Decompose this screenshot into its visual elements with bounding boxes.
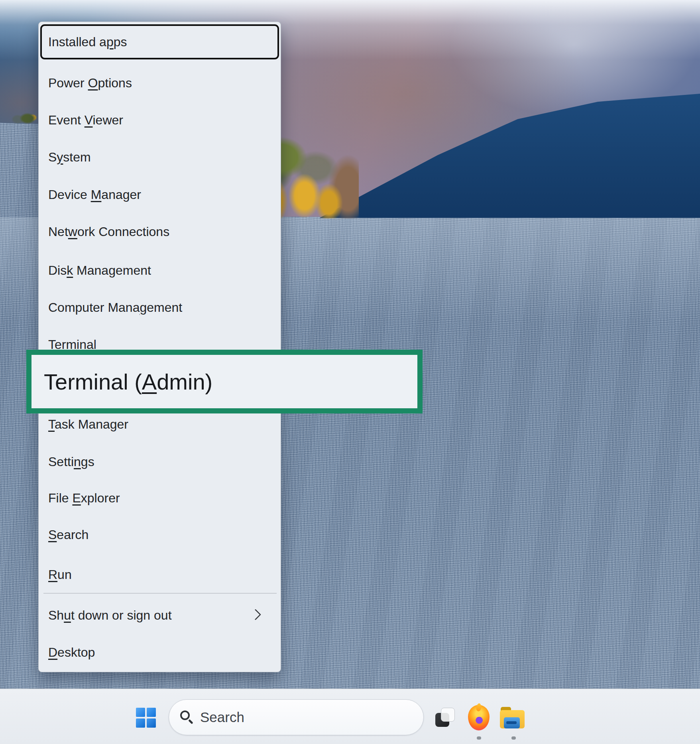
- file-explorer-running-indicator: [511, 736, 516, 740]
- menu-item-label: Installed apps: [48, 35, 127, 49]
- menu-item-event-viewer[interactable]: Event Viewer: [39, 101, 281, 139]
- menu-separator: [43, 593, 277, 594]
- menu-item-label: Run: [48, 567, 72, 582]
- menu-item-label: Search: [48, 527, 88, 542]
- menu-item-computer-management[interactable]: Computer Management: [39, 289, 281, 326]
- menu-item-shut-down-or-sign-out[interactable]: Shut down or sign out: [39, 596, 281, 634]
- annotation-highlight-box: Terminal (Admin): [26, 350, 423, 413]
- taskbar: Search: [0, 689, 700, 744]
- menu-item-label: Event Viewer: [48, 113, 123, 128]
- windows-logo-pane: [147, 708, 156, 717]
- menu-item-file-explorer[interactable]: File Explorer: [39, 479, 281, 517]
- menu-item-label: Disk Management: [48, 263, 151, 278]
- firefox-icon[interactable]: [468, 705, 490, 730]
- menu-item-power-options[interactable]: Power Options: [39, 64, 281, 102]
- menu-item-label: Power Options: [48, 76, 132, 91]
- windows-logo-pane: [136, 718, 145, 728]
- wallpaper-autumn-trees-left: [9, 110, 39, 127]
- file-explorer-icon[interactable]: [500, 707, 525, 729]
- menu-item-label: Settings: [48, 455, 94, 469]
- menu-item-label: Task Manager: [48, 417, 128, 432]
- menu-item-installed-apps[interactable]: Installed apps: [40, 24, 279, 59]
- menu-item-system[interactable]: System: [39, 138, 281, 176]
- menu-item-network-connections[interactable]: Network Connections: [39, 213, 281, 250]
- menu-item-device-manager[interactable]: Device Manager: [39, 176, 281, 213]
- menu-item-label: Network Connections: [48, 224, 169, 239]
- firefox-running-indicator: [477, 736, 481, 740]
- menu-item-label: Computer Management: [48, 300, 182, 315]
- menu-item-run[interactable]: Run: [39, 556, 281, 593]
- submenu-chevron-icon: [250, 609, 261, 620]
- menu-item-label: File Explorer: [48, 491, 120, 506]
- menu-item-label: Device Manager: [48, 187, 141, 202]
- search-icon: [179, 710, 195, 725]
- menu-item-terminal-admin[interactable]: Terminal (Admin): [44, 369, 212, 395]
- windows-logo-pane: [136, 708, 145, 717]
- search-placeholder-text: Search: [200, 709, 244, 725]
- menu-item-label: Desktop: [48, 645, 95, 660]
- taskbar-search-box[interactable]: Search: [169, 699, 424, 735]
- menu-item-settings[interactable]: Settings: [39, 443, 281, 480]
- menu-item-search[interactable]: Search: [39, 516, 281, 553]
- menu-item-desktop[interactable]: Desktop: [39, 634, 281, 671]
- start-button[interactable]: [136, 708, 156, 728]
- task-view-button[interactable]: [435, 708, 455, 728]
- menu-item-label: System: [48, 150, 91, 165]
- windows-logo-pane: [147, 718, 156, 728]
- menu-item-disk-management[interactable]: Disk Management: [39, 252, 281, 289]
- winx-context-menu: Installed apps Power Options Event Viewe…: [38, 22, 281, 672]
- menu-item-label: Shut down or sign out: [48, 608, 172, 623]
